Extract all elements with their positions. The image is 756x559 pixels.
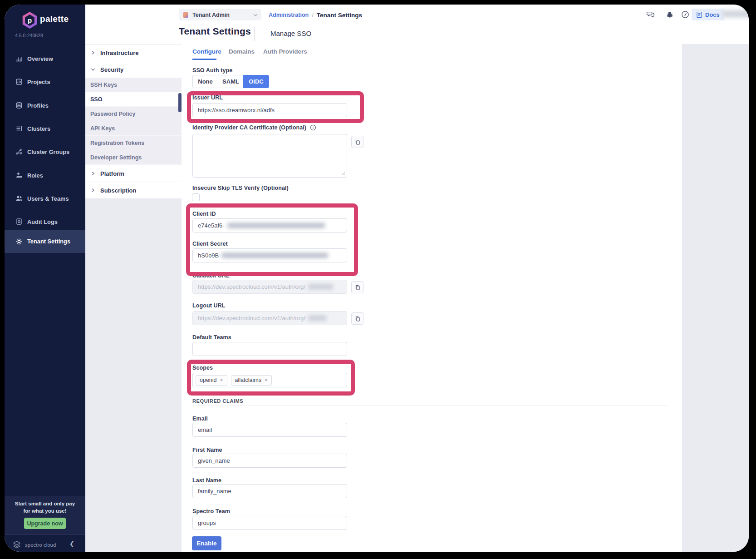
title-divider: [254, 27, 255, 41]
nav-group-infrastructure[interactable]: Infrastructure: [85, 45, 182, 61]
chevron-right-icon: [91, 188, 95, 193]
upsell-line1: Start small and only pay: [15, 501, 75, 506]
ca-certificate-textarea[interactable]: [192, 134, 347, 178]
resize-handle-icon[interactable]: [341, 172, 345, 176]
remove-scope-icon[interactable]: ×: [265, 377, 268, 383]
sidebar-item-tenant-settings[interactable]: Tenant Settings: [5, 230, 85, 253]
nav-item-developer-settings[interactable]: Developer Settings: [85, 150, 182, 165]
nav-item-ssh-keys[interactable]: SSH Keys: [85, 78, 182, 92]
remove-scope-icon[interactable]: ×: [220, 377, 223, 383]
upsell-line2: for what you use!: [23, 508, 66, 514]
users-teams-icon: [15, 195, 23, 202]
profiles-layers-icon: [15, 102, 23, 109]
first-name-claim-label: First Name: [192, 447, 222, 453]
chevron-down-icon: [91, 67, 95, 72]
compass-icon[interactable]: [681, 10, 690, 19]
tenant-scope-label: Tenant Admin: [192, 12, 230, 18]
copy-logout-url-button[interactable]: [351, 312, 363, 325]
clusters-list-icon: [15, 125, 23, 132]
logout-url-input: https://dev.spectrocloud.com/v1/auth/org…: [192, 311, 347, 325]
sidebar-item-profiles[interactable]: Profiles: [5, 96, 85, 115]
auth-option-saml[interactable]: SAML: [218, 75, 244, 88]
user-name-redacted[interactable]: [722, 10, 749, 18]
nav-group-label: Subscription: [100, 187, 136, 194]
required-claims-header: REQUIRED CLAIMS: [192, 398, 243, 404]
callback-url-label: Callback URL: [192, 272, 230, 279]
upgrade-now-button[interactable]: Upgrade now: [24, 518, 66, 529]
scope-chip-openid: openid ×: [196, 375, 227, 386]
nav-item-sso[interactable]: SSO: [85, 92, 182, 107]
sso-auth-type-label: SSO Auth type: [192, 67, 232, 74]
nav-item-registration-tokens[interactable]: Registration Tokens: [85, 136, 182, 150]
sidebar-item-users-teams[interactable]: Users & Teams: [5, 189, 85, 208]
client-secret-redacted: [221, 253, 328, 258]
breadcrumb-administration[interactable]: Administration: [269, 12, 309, 18]
collapse-sidebar-icon[interactable]: ❮: [69, 540, 74, 547]
sidebar-item-roles[interactable]: Roles: [5, 166, 85, 185]
projects-icon: [15, 78, 23, 85]
chevron-right-icon: [91, 50, 95, 55]
brand-name: palette: [40, 14, 69, 24]
breadcrumb-current: Tenant Settings: [317, 12, 362, 19]
top-bar: Tenant Admin Administration / Tenant Set…: [85, 5, 749, 44]
docs-label: Docs: [705, 11, 720, 18]
default-teams-label: Default Teams: [192, 334, 231, 341]
tenant-scope-selector[interactable]: Tenant Admin: [179, 9, 261, 20]
nav-item-api-keys[interactable]: API Keys: [85, 121, 182, 136]
spectro-team-claim-input[interactable]: groups: [192, 516, 347, 530]
subnav-scrollbar-thumb[interactable]: [178, 93, 182, 112]
page-subtitle: Manage SSO: [270, 30, 311, 37]
breadcrumb: Administration / Tenant Settings: [269, 10, 362, 20]
nav-item-password-policy[interactable]: Password Policy: [85, 107, 182, 121]
enable-button[interactable]: Enable: [192, 536, 221, 550]
client-id-redacted: [227, 223, 325, 228]
nav-divider: [85, 44, 182, 45]
bug-report-icon[interactable]: [665, 10, 674, 19]
info-icon[interactable]: [310, 124, 316, 131]
roles-user-lock-icon: [15, 172, 23, 179]
client-id-label: Client ID: [192, 211, 216, 217]
tab-auth-providers[interactable]: Auth Providers: [263, 48, 307, 55]
default-teams-input[interactable]: [192, 342, 347, 356]
nav-group-label: Security: [100, 66, 123, 73]
callback-url-redacted: [308, 284, 333, 289]
sidebar-item-projects[interactable]: Projects: [5, 72, 85, 91]
email-claim-input[interactable]: email: [192, 423, 347, 437]
nav-divider: [85, 165, 182, 165]
sidebar-item-audit-logs[interactable]: Audit Logs: [5, 212, 85, 231]
auth-option-none[interactable]: None: [192, 75, 218, 88]
docs-button[interactable]: Docs: [692, 9, 724, 20]
scopes-input[interactable]: openid × allatclaims ×: [192, 373, 347, 387]
content-card: [182, 44, 682, 552]
app-version: 4.5.0-240628: [15, 33, 43, 38]
chat-icon[interactable]: [646, 10, 655, 19]
skip-tls-verify-label: Insecure Skip TLS Verify (Optional): [192, 185, 289, 191]
tab-configure[interactable]: Configure: [192, 48, 221, 55]
spectro-cloud-wordmark: spectro cloud: [25, 542, 56, 548]
spectro-cloud-logo-icon: [12, 539, 22, 549]
first-name-claim-input[interactable]: given_name: [192, 454, 347, 468]
tenant-admin-icon: [183, 12, 188, 18]
skip-tls-verify-checkbox[interactable]: [192, 193, 200, 201]
nav-group-label: Platform: [100, 170, 124, 177]
nav-group-subscription[interactable]: Subscription: [85, 182, 182, 198]
tab-domains[interactable]: Domains: [229, 48, 255, 55]
sidebar-item-cluster-groups[interactable]: Cluster Groups: [5, 142, 85, 161]
copy-ca-certificate-button[interactable]: [351, 136, 363, 148]
callback-url-input: https://dev.spectrocloud.com/v1/auth/org…: [192, 280, 347, 294]
auth-option-oidc[interactable]: OIDC: [243, 75, 269, 88]
audit-logs-icon: [15, 218, 23, 225]
copy-callback-url-button[interactable]: [351, 281, 363, 293]
sidebar-item-overview[interactable]: Overview: [5, 49, 85, 68]
page-title: Tenant Settings: [179, 26, 251, 37]
nav-group-platform[interactable]: Platform: [85, 165, 182, 182]
client-secret-input[interactable]: hS0o9B: [192, 248, 347, 262]
scope-chip-allatclaims: allatclaims ×: [231, 375, 272, 386]
issuer-url-input[interactable]: https://sso.dreamworx.nl/adfs: [192, 103, 347, 117]
sidebar-item-clusters[interactable]: Clusters: [5, 119, 85, 138]
scopes-label: Scopes: [192, 365, 213, 371]
ca-certificate-label: Identity Provider CA Certificate (Option…: [192, 124, 306, 131]
last-name-claim-input[interactable]: family_name: [192, 484, 347, 498]
nav-group-security[interactable]: Security: [85, 61, 182, 78]
client-id-input[interactable]: e74e5af6-: [192, 218, 347, 233]
